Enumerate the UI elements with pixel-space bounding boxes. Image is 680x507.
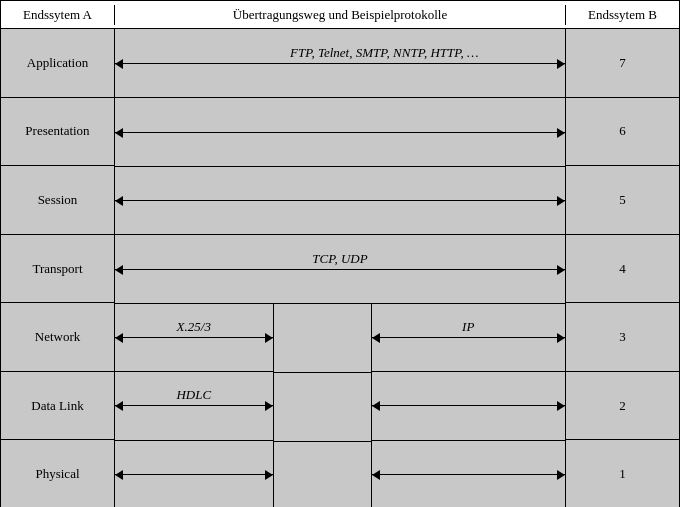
layer-physical-number: 1 [566,440,679,507]
left-column: Application Presentation Session Transpo… [1,29,115,507]
arrowhead-right [557,470,565,480]
layer-datalink-number: 2 [566,372,679,441]
layer-presentation-label: Presentation [1,98,114,167]
arrow-line [115,474,273,475]
layer-datalink-label: Data Link [1,372,114,441]
arrowhead-left [115,265,123,275]
layer-divider-2 [115,166,565,167]
arrowhead-right [557,265,565,275]
arrow-line [115,405,273,406]
right-column: 7 6 5 4 3 2 1 [565,29,679,507]
arrowhead-left [115,470,123,480]
arrow-label: HDLC [144,387,244,403]
arrow-line [372,474,566,475]
header-left: Endssytem A [1,5,115,25]
arrowhead-left [372,470,380,480]
layer-session-label: Session [1,166,114,235]
arrow-label: IP [418,319,518,335]
arrowhead-right [265,333,273,343]
layer-presentation-number: 6 [566,98,679,167]
arrow-line [372,405,566,406]
header-right: Endssytem B [565,5,679,25]
arrow-label: X.25/3 [144,319,244,335]
arrow-line [115,63,565,64]
header-mid: Übertragungsweg und Beispielprotokolle [115,7,565,23]
layer-network-label: Network [1,303,114,372]
arrowhead-right [265,401,273,411]
arrowhead-left [372,333,380,343]
layer-divider-3 [115,234,565,235]
layer-application-number: 7 [566,29,679,98]
arrow-label: TCP, UDP [290,251,390,267]
layer-session-number: 5 [566,166,679,235]
arrow-line [115,132,565,133]
header-row: Endssytem A Übertragungsweg und Beispiel… [1,1,679,29]
arrow-label: FTP, Telnet, SMTP, NNTP, HTTP, … [290,45,390,61]
relay-divider-2 [274,441,371,442]
layer-transport-label: Transport [1,235,114,304]
layer-network-number: 3 [566,303,679,372]
layer-application-label: Application [1,29,114,98]
middle-area: FTP, Telnet, SMTP, NNTP, HTTP, …TCP, UDP… [115,29,565,507]
arrowhead-right [557,333,565,343]
arrowhead-left [115,196,123,206]
arrow-line [372,337,566,338]
arrowhead-left [115,333,123,343]
layer-physical-label: Physical [1,440,114,507]
arrow-line [115,200,565,201]
arrowhead-left [115,59,123,69]
arrowhead-right [557,128,565,138]
arrow-line [115,269,565,270]
arrowhead-right [265,470,273,480]
arrowhead-right [557,196,565,206]
arrowhead-right [557,401,565,411]
layer-transport-number: 4 [566,235,679,304]
arrowhead-left [372,401,380,411]
arrow-line [115,337,273,338]
arrowhead-left [115,128,123,138]
arrowhead-right [557,59,565,69]
relay-divider-1 [274,372,371,373]
layer-divider-1 [115,97,565,98]
main-area: Application Presentation Session Transpo… [1,29,679,507]
relay-node-box [273,303,372,507]
diagram-container: Endssytem A Übertragungsweg und Beispiel… [0,0,680,507]
arrowhead-left [115,401,123,411]
